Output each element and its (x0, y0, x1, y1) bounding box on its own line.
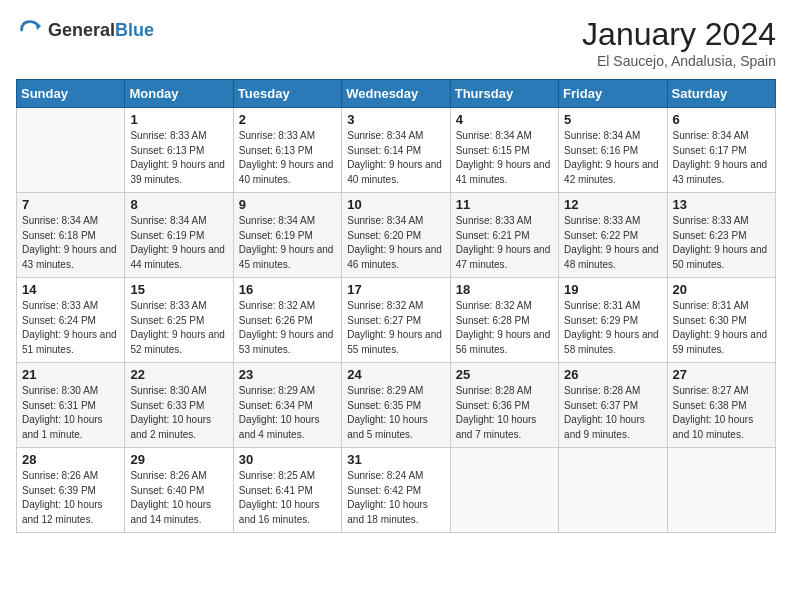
calendar-week-row: 28Sunrise: 8:26 AMSunset: 6:39 PMDayligh… (17, 448, 776, 533)
calendar-cell: 10Sunrise: 8:34 AMSunset: 6:20 PMDayligh… (342, 193, 450, 278)
day-info: Sunrise: 8:34 AMSunset: 6:20 PMDaylight:… (347, 214, 444, 272)
day-number: 18 (456, 282, 553, 297)
day-number: 1 (130, 112, 227, 127)
day-info: Sunrise: 8:33 AMSunset: 6:13 PMDaylight:… (130, 129, 227, 187)
calendar-cell: 12Sunrise: 8:33 AMSunset: 6:22 PMDayligh… (559, 193, 667, 278)
day-info: Sunrise: 8:28 AMSunset: 6:36 PMDaylight:… (456, 384, 553, 442)
day-info: Sunrise: 8:32 AMSunset: 6:28 PMDaylight:… (456, 299, 553, 357)
day-info: Sunrise: 8:26 AMSunset: 6:39 PMDaylight:… (22, 469, 119, 527)
day-number: 12 (564, 197, 661, 212)
day-info: Sunrise: 8:27 AMSunset: 6:38 PMDaylight:… (673, 384, 770, 442)
weekday-header-tuesday: Tuesday (233, 80, 341, 108)
calendar-cell: 1Sunrise: 8:33 AMSunset: 6:13 PMDaylight… (125, 108, 233, 193)
day-info: Sunrise: 8:34 AMSunset: 6:19 PMDaylight:… (130, 214, 227, 272)
location-subtitle: El Saucejo, Andalusia, Spain (582, 53, 776, 69)
day-number: 22 (130, 367, 227, 382)
day-info: Sunrise: 8:34 AMSunset: 6:17 PMDaylight:… (673, 129, 770, 187)
day-info: Sunrise: 8:34 AMSunset: 6:16 PMDaylight:… (564, 129, 661, 187)
day-number: 20 (673, 282, 770, 297)
calendar-week-row: 21Sunrise: 8:30 AMSunset: 6:31 PMDayligh… (17, 363, 776, 448)
day-info: Sunrise: 8:33 AMSunset: 6:23 PMDaylight:… (673, 214, 770, 272)
calendar-cell (559, 448, 667, 533)
day-number: 5 (564, 112, 661, 127)
page-header: General Blue January 2024 El Saucejo, An… (16, 16, 776, 69)
calendar-cell: 8Sunrise: 8:34 AMSunset: 6:19 PMDaylight… (125, 193, 233, 278)
calendar-cell: 18Sunrise: 8:32 AMSunset: 6:28 PMDayligh… (450, 278, 558, 363)
day-info: Sunrise: 8:32 AMSunset: 6:27 PMDaylight:… (347, 299, 444, 357)
day-number: 25 (456, 367, 553, 382)
logo-text: General Blue (48, 21, 154, 39)
weekday-header-row: SundayMondayTuesdayWednesdayThursdayFrid… (17, 80, 776, 108)
day-number: 24 (347, 367, 444, 382)
calendar-cell: 14Sunrise: 8:33 AMSunset: 6:24 PMDayligh… (17, 278, 125, 363)
day-info: Sunrise: 8:34 AMSunset: 6:18 PMDaylight:… (22, 214, 119, 272)
day-info: Sunrise: 8:33 AMSunset: 6:22 PMDaylight:… (564, 214, 661, 272)
day-info: Sunrise: 8:31 AMSunset: 6:30 PMDaylight:… (673, 299, 770, 357)
weekday-header-sunday: Sunday (17, 80, 125, 108)
day-number: 11 (456, 197, 553, 212)
day-number: 9 (239, 197, 336, 212)
day-number: 17 (347, 282, 444, 297)
calendar-cell: 2Sunrise: 8:33 AMSunset: 6:13 PMDaylight… (233, 108, 341, 193)
day-info: Sunrise: 8:30 AMSunset: 6:33 PMDaylight:… (130, 384, 227, 442)
day-info: Sunrise: 8:24 AMSunset: 6:42 PMDaylight:… (347, 469, 444, 527)
day-number: 21 (22, 367, 119, 382)
calendar-cell: 30Sunrise: 8:25 AMSunset: 6:41 PMDayligh… (233, 448, 341, 533)
calendar-cell: 25Sunrise: 8:28 AMSunset: 6:36 PMDayligh… (450, 363, 558, 448)
calendar-cell: 11Sunrise: 8:33 AMSunset: 6:21 PMDayligh… (450, 193, 558, 278)
calendar-week-row: 7Sunrise: 8:34 AMSunset: 6:18 PMDaylight… (17, 193, 776, 278)
day-info: Sunrise: 8:26 AMSunset: 6:40 PMDaylight:… (130, 469, 227, 527)
day-info: Sunrise: 8:30 AMSunset: 6:31 PMDaylight:… (22, 384, 119, 442)
calendar-cell: 21Sunrise: 8:30 AMSunset: 6:31 PMDayligh… (17, 363, 125, 448)
day-info: Sunrise: 8:33 AMSunset: 6:24 PMDaylight:… (22, 299, 119, 357)
day-number: 30 (239, 452, 336, 467)
day-number: 27 (673, 367, 770, 382)
day-info: Sunrise: 8:33 AMSunset: 6:21 PMDaylight:… (456, 214, 553, 272)
calendar-cell: 27Sunrise: 8:27 AMSunset: 6:38 PMDayligh… (667, 363, 775, 448)
calendar-cell: 28Sunrise: 8:26 AMSunset: 6:39 PMDayligh… (17, 448, 125, 533)
day-number: 6 (673, 112, 770, 127)
day-info: Sunrise: 8:32 AMSunset: 6:26 PMDaylight:… (239, 299, 336, 357)
calendar-cell (17, 108, 125, 193)
calendar-week-row: 1Sunrise: 8:33 AMSunset: 6:13 PMDaylight… (17, 108, 776, 193)
day-number: 31 (347, 452, 444, 467)
calendar-cell: 26Sunrise: 8:28 AMSunset: 6:37 PMDayligh… (559, 363, 667, 448)
calendar-cell: 13Sunrise: 8:33 AMSunset: 6:23 PMDayligh… (667, 193, 775, 278)
calendar-cell: 7Sunrise: 8:34 AMSunset: 6:18 PMDaylight… (17, 193, 125, 278)
calendar-cell: 15Sunrise: 8:33 AMSunset: 6:25 PMDayligh… (125, 278, 233, 363)
calendar-cell: 3Sunrise: 8:34 AMSunset: 6:14 PMDaylight… (342, 108, 450, 193)
calendar-cell: 17Sunrise: 8:32 AMSunset: 6:27 PMDayligh… (342, 278, 450, 363)
calendar-cell: 31Sunrise: 8:24 AMSunset: 6:42 PMDayligh… (342, 448, 450, 533)
day-number: 29 (130, 452, 227, 467)
day-number: 2 (239, 112, 336, 127)
calendar-cell (450, 448, 558, 533)
calendar-cell: 19Sunrise: 8:31 AMSunset: 6:29 PMDayligh… (559, 278, 667, 363)
calendar-cell: 5Sunrise: 8:34 AMSunset: 6:16 PMDaylight… (559, 108, 667, 193)
calendar-cell: 16Sunrise: 8:32 AMSunset: 6:26 PMDayligh… (233, 278, 341, 363)
weekday-header-wednesday: Wednesday (342, 80, 450, 108)
logo: General Blue (16, 16, 154, 44)
title-area: January 2024 El Saucejo, Andalusia, Spai… (582, 16, 776, 69)
day-info: Sunrise: 8:34 AMSunset: 6:14 PMDaylight:… (347, 129, 444, 187)
day-number: 28 (22, 452, 119, 467)
day-number: 14 (22, 282, 119, 297)
day-number: 16 (239, 282, 336, 297)
day-number: 23 (239, 367, 336, 382)
month-title: January 2024 (582, 16, 776, 53)
calendar-cell: 29Sunrise: 8:26 AMSunset: 6:40 PMDayligh… (125, 448, 233, 533)
calendar-cell: 22Sunrise: 8:30 AMSunset: 6:33 PMDayligh… (125, 363, 233, 448)
weekday-header-friday: Friday (559, 80, 667, 108)
day-info: Sunrise: 8:34 AMSunset: 6:19 PMDaylight:… (239, 214, 336, 272)
weekday-header-saturday: Saturday (667, 80, 775, 108)
day-info: Sunrise: 8:33 AMSunset: 6:13 PMDaylight:… (239, 129, 336, 187)
calendar-cell: 9Sunrise: 8:34 AMSunset: 6:19 PMDaylight… (233, 193, 341, 278)
day-info: Sunrise: 8:29 AMSunset: 6:35 PMDaylight:… (347, 384, 444, 442)
logo-general: General (48, 21, 115, 39)
logo-icon (16, 16, 44, 44)
calendar-cell (667, 448, 775, 533)
day-number: 15 (130, 282, 227, 297)
day-number: 4 (456, 112, 553, 127)
calendar-week-row: 14Sunrise: 8:33 AMSunset: 6:24 PMDayligh… (17, 278, 776, 363)
calendar-table: SundayMondayTuesdayWednesdayThursdayFrid… (16, 79, 776, 533)
day-number: 10 (347, 197, 444, 212)
